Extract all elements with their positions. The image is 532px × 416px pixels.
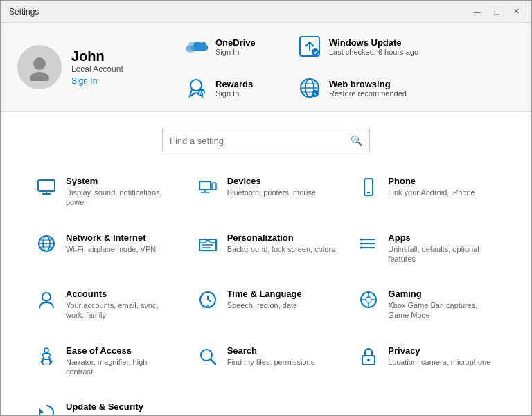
apps-text: Apps Uninstall, defaults, optional featu… [388,233,497,264]
apps-icon [357,233,380,255]
close-button[interactable]: ✕ [509,5,523,19]
search-settings-title: Search [227,345,315,356]
user-section: John Local Account Sign In [17,45,156,89]
time-desc: Speech, region, date [227,300,302,310]
app-title: Settings [9,7,39,17]
user-name: John [71,48,123,64]
phone-title: Phone [388,176,475,186]
windows-update-title: Windows Update [329,37,418,48]
svg-rect-19 [200,181,211,190]
network-title: Network & Internet [66,233,156,243]
web-browsing-sub: Restore recommended [329,89,407,98]
privacy-text: Privacy Location, camera, microphone [388,345,490,367]
phone-icon [357,176,380,198]
gaming-title: Gaming [388,289,497,299]
gaming-desc: Xbox Game Bar, captures, Game Mode [388,300,497,320]
system-title: System [66,176,175,186]
onedrive-title: OneDrive [215,37,256,48]
rewards-title: Rewards [215,79,253,89]
minimize-button[interactable]: — [470,5,484,19]
settings-item-privacy[interactable]: Privacy Location, camera, microphone [351,336,504,387]
settings-item-gaming[interactable]: Gaming Xbox Game Bar, captures, Game Mod… [351,279,504,330]
settings-item-network[interactable]: Network & Internet Wi-Fi, airplane mode,… [28,223,181,274]
settings-item-update[interactable]: Update & Security Windows Update, recove… [28,392,181,416]
personalization-text: Personalization Background, lock screen,… [227,233,335,254]
update-title: Update & Security [66,401,175,412]
onedrive-sub: Sign In [215,48,256,56]
svg-point-39 [42,293,51,301]
title-bar: Settings — □ ✕ [1,1,531,23]
maximize-button[interactable]: □ [490,5,504,19]
settings-grid: System Display, sound, notifications, po… [28,166,504,416]
privacy-desc: Location, camera, microphone [388,357,490,367]
svg-point-52 [45,363,48,365]
svg-point-36 [360,238,362,240]
personalization-title: Personalization [227,233,335,243]
svg-text:A: A [202,305,205,309]
svg-point-37 [360,242,362,244]
windows-update-text: Windows Update Last checked: 6 hours ago [329,37,418,56]
gaming-text: Gaming Xbox Game Bar, captures, Game Mod… [388,289,497,320]
search-settings-desc: Find my files, permissions [227,357,315,367]
settings-item-ease[interactable]: Ease of Access Narrator, magnifier, high… [28,336,181,387]
search-input[interactable] [170,136,351,146]
ease-title: Ease of Access [66,345,175,356]
web-browsing-title: Web browsing [329,79,407,89]
user-info: John Local Account Sign In [71,48,123,87]
svg-point-1 [30,72,49,81]
onedrive-action[interactable]: OneDrive Sign In [184,34,281,59]
devices-icon [197,176,219,198]
svg-point-46 [366,297,371,302]
network-icon [35,233,57,255]
user-account: Local Account [71,64,123,74]
time-icon: A A [197,289,219,311]
svg-rect-16 [38,180,55,191]
onedrive-icon [184,34,209,59]
personalization-icon [197,233,219,255]
settings-item-phone[interactable]: Phone Link your Android, iPhone [351,166,504,217]
windows-update-action[interactable]: Windows Update Last checked: 6 hours ago [297,34,418,59]
update-text: Update & Security Windows Update, recove… [66,401,175,416]
search-bar[interactable]: 🔍 [162,129,370,152]
search-settings-icon [197,345,219,368]
settings-item-accounts[interactable]: Accounts Your accounts, email, sync, wor… [28,279,181,330]
phone-text: Phone Link your Android, iPhone [388,176,475,197]
web-browsing-icon: ! [297,75,322,100]
web-browsing-text: Web browsing Restore recommended [329,79,407,98]
svg-text:A: A [206,303,210,309]
devices-desc: Bluetooth, printers, mouse [227,188,316,197]
header: John Local Account Sign In OneDrive Sign… [1,23,531,112]
settings-item-personalization[interactable]: Personalization Background, lock screen,… [190,223,343,274]
rewards-text: Rewards Sign In [215,79,253,98]
time-text: Time & Language Speech, region, date [227,289,302,310]
devices-text: Devices Bluetooth, printers, mouse [227,176,316,197]
apps-title: Apps [388,233,497,243]
svg-line-42 [208,300,211,302]
svg-point-6 [190,80,202,91]
svg-point-0 [33,57,46,70]
web-browsing-action[interactable]: ! Web browsing Restore recommended [297,75,407,100]
rewards-icon: M [184,75,209,100]
system-desc: Display, sound, notifications, power [66,188,175,208]
accounts-text: Accounts Your accounts, email, sync, wor… [66,289,175,320]
window-controls: — □ ✕ [470,5,523,19]
rewards-sub: Sign In [215,89,253,98]
settings-item-system[interactable]: System Display, sound, notifications, po… [28,166,181,217]
settings-item-devices[interactable]: Devices Bluetooth, printers, mouse [190,166,343,217]
svg-rect-20 [212,183,216,190]
svg-text:!: ! [314,91,317,98]
ease-icon [35,345,57,368]
search-icon[interactable]: 🔍 [351,135,362,146]
onedrive-text: OneDrive Sign In [215,37,256,56]
settings-item-time[interactable]: A A Time & Language Speech, region, date [190,279,343,330]
sign-in-link[interactable]: Sign In [71,76,97,86]
apps-desc: Uninstall, defaults, optional features [388,244,497,264]
svg-point-56 [367,359,370,361]
windows-update-sub: Last checked: 6 hours ago [329,48,418,56]
settings-item-search[interactable]: Search Find my files, permissions [190,336,343,387]
search-settings-text: Search Find my files, permissions [227,345,315,367]
ease-text: Ease of Access Narrator, magnifier, high… [66,345,175,377]
rewards-action[interactable]: M Rewards Sign In [184,75,281,100]
settings-item-apps[interactable]: Apps Uninstall, defaults, optional featu… [351,223,504,274]
gaming-icon [357,289,380,311]
